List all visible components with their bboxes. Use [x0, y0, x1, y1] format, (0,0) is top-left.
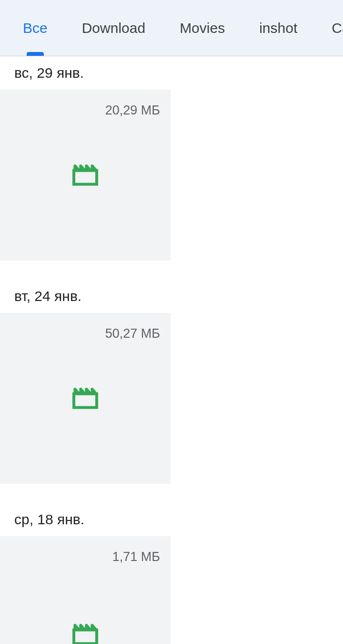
video-tile[interactable]: 20,29 МБ	[0, 90, 171, 260]
movie-icon	[71, 623, 99, 644]
tab-all[interactable]: Все	[23, 0, 48, 56]
date-header: ср, 18 янв.	[0, 503, 343, 536]
tab-bar: Все Download Movies inshot Camera	[0, 0, 343, 56]
movie-icon	[71, 164, 99, 187]
file-group: ср, 18 янв. 1,71 МБ	[0, 503, 343, 644]
date-header: вт, 24 янв.	[0, 280, 343, 313]
file-group: вс, 29 янв. 20,29 МБ	[0, 56, 343, 260]
tab-download[interactable]: Download	[82, 0, 145, 56]
file-size-label: 20,29 МБ	[105, 103, 160, 118]
video-tile[interactable]: 1,71 МБ	[0, 536, 171, 644]
tab-camera[interactable]: Camera	[332, 0, 343, 56]
content-area: вс, 29 янв. 20,29 МБ вт, 24 янв. 50,27 М…	[0, 56, 343, 644]
tab-inshot[interactable]: inshot	[259, 0, 297, 56]
movie-icon	[71, 387, 99, 410]
file-size-label: 1,71 МБ	[112, 550, 160, 564]
tab-movies[interactable]: Movies	[180, 0, 225, 56]
file-size-label: 50,27 МБ	[105, 326, 160, 341]
date-header: вс, 29 янв.	[0, 56, 343, 90]
file-group: вт, 24 янв. 50,27 МБ	[0, 280, 343, 484]
video-tile[interactable]: 50,27 МБ	[0, 313, 171, 484]
